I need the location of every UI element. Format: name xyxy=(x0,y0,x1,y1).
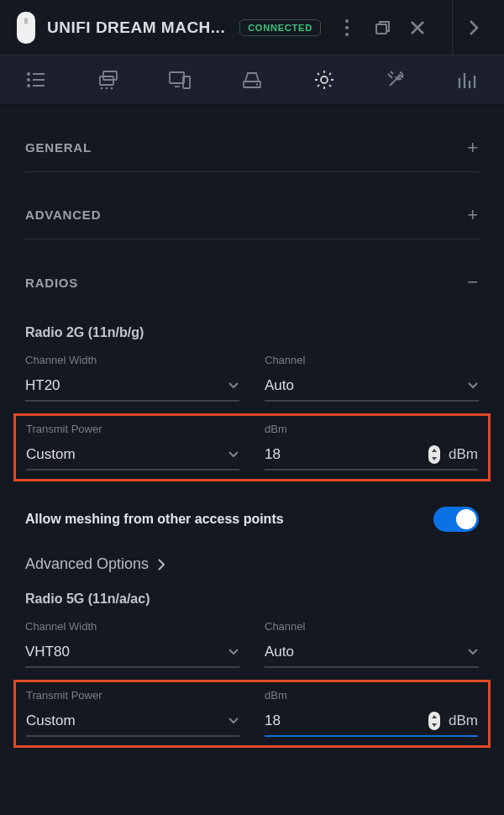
chevron-down-icon xyxy=(467,644,479,660)
mesh-label: Allow meshing from other access points xyxy=(25,512,284,527)
dbm-label: dBm xyxy=(265,423,478,435)
transmit-power-select-5g[interactable]: Custom xyxy=(26,707,239,737)
section-general-header[interactable]: GENERAL + xyxy=(25,124,479,172)
section-advanced-title: ADVANCED xyxy=(25,208,101,222)
tab-devices[interactable] xyxy=(144,55,216,104)
channel-width-label: Channel Width xyxy=(25,620,239,633)
svg-rect-8 xyxy=(100,76,113,85)
channel-width-select-2g[interactable]: HT20 xyxy=(25,371,239,402)
chevron-down-icon xyxy=(467,377,479,394)
connection-status-badge: CONNECTED xyxy=(239,19,321,36)
dbm-unit: dBm xyxy=(449,712,478,729)
dbm-value: 18 xyxy=(265,712,420,729)
select-value: HT20 xyxy=(25,377,60,394)
select-value: Auto xyxy=(265,377,294,394)
highlight-box-2g: Transmit Power Custom dBm 18 dBm xyxy=(13,413,491,481)
select-value: Custom xyxy=(26,446,76,463)
tab-settings[interactable] xyxy=(288,55,360,104)
device-icon xyxy=(17,12,35,44)
section-advanced-header[interactable]: ADVANCED + xyxy=(25,191,479,239)
chevron-down-icon xyxy=(228,644,239,660)
dbm-input-5g[interactable]: 18 dBm xyxy=(265,707,478,737)
more-icon[interactable] xyxy=(333,13,361,42)
dbm-value: 18 xyxy=(265,446,420,463)
svg-point-0 xyxy=(345,19,349,23)
section-general-title: GENERAL xyxy=(25,140,92,155)
advanced-options-label: Advanced Options xyxy=(25,555,149,573)
close-icon[interactable] xyxy=(403,13,432,42)
tab-storage[interactable] xyxy=(216,55,288,104)
chevron-down-icon xyxy=(228,712,239,729)
transmit-power-select-2g[interactable]: Custom xyxy=(26,440,239,471)
expand-icon[interactable]: + xyxy=(467,137,479,159)
channel-select-5g[interactable]: Auto xyxy=(265,638,479,668)
panel-forward-button[interactable] xyxy=(452,0,494,55)
tab-clients[interactable] xyxy=(72,55,144,104)
tab-tools[interactable] xyxy=(360,55,433,104)
svg-point-9 xyxy=(100,87,102,90)
select-value: VHT80 xyxy=(25,644,70,660)
stepper-icon[interactable] xyxy=(428,445,440,464)
svg-point-6 xyxy=(27,84,30,87)
chevron-right-icon xyxy=(157,558,165,571)
chevron-down-icon xyxy=(228,446,239,463)
svg-point-5 xyxy=(27,78,30,82)
transmit-power-label: Transmit Power xyxy=(26,423,239,435)
svg-rect-7 xyxy=(103,71,117,80)
svg-point-15 xyxy=(256,83,258,85)
tab-overview[interactable] xyxy=(0,55,72,104)
svg-point-1 xyxy=(345,26,349,29)
svg-point-4 xyxy=(27,72,30,76)
svg-rect-3 xyxy=(376,24,386,34)
chevron-down-icon xyxy=(228,377,239,394)
svg-point-16 xyxy=(321,76,328,83)
section-radios-header[interactable]: RADIOS − xyxy=(25,258,479,307)
collapse-icon[interactable]: − xyxy=(467,271,479,293)
device-title: UNIFI DREAM MACH... xyxy=(47,18,228,37)
svg-point-11 xyxy=(110,87,113,90)
svg-point-10 xyxy=(105,87,108,90)
select-value: Auto xyxy=(265,644,294,660)
highlight-box-5g: Transmit Power Custom dBm 18 dBm xyxy=(13,680,491,748)
channel-select-2g[interactable]: Auto xyxy=(265,371,479,402)
radio-5g-heading: Radio 5G (11n/a/ac) xyxy=(25,592,479,607)
transmit-power-label: Transmit Power xyxy=(26,689,239,702)
expand-icon[interactable]: + xyxy=(467,204,479,226)
svg-rect-12 xyxy=(170,72,184,83)
dbm-input-2g[interactable]: 18 dBm xyxy=(265,440,478,471)
section-radios-title: RADIOS xyxy=(25,276,78,290)
tab-stats[interactable] xyxy=(432,55,504,104)
restore-window-icon[interactable] xyxy=(368,13,396,42)
select-value: Custom xyxy=(26,712,76,729)
channel-label: Channel xyxy=(265,354,479,366)
mesh-toggle[interactable] xyxy=(433,507,479,532)
dbm-unit: dBm xyxy=(449,446,478,463)
stepper-icon[interactable] xyxy=(428,712,440,730)
radio-2g-heading: Radio 2G (11n/b/g) xyxy=(25,325,479,340)
svg-point-2 xyxy=(345,33,349,36)
dbm-label: dBm xyxy=(265,689,478,702)
channel-label: Channel xyxy=(265,620,479,633)
advanced-options-link[interactable]: Advanced Options xyxy=(25,555,479,573)
channel-width-select-5g[interactable]: VHT80 xyxy=(25,638,239,668)
channel-width-label: Channel Width xyxy=(25,354,239,366)
